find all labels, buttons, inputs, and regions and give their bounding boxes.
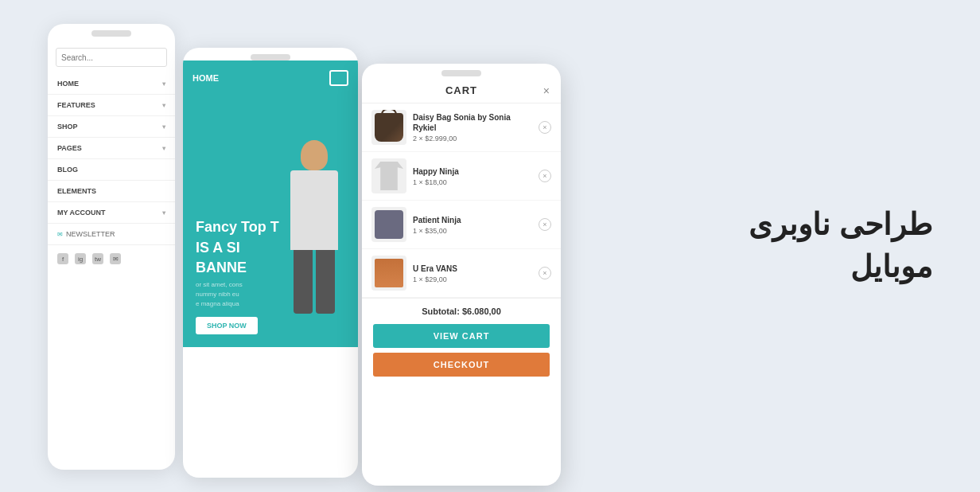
product-price: 1 × $35,00: [413, 227, 532, 235]
phone-notch-middle: [251, 54, 290, 61]
product-name: Daisy Bag Sonia by Sonia Rykiel: [413, 112, 532, 133]
checkout-button[interactable]: CHECKOUT: [373, 353, 550, 377]
cart-item: Happy Ninja 1 × $18,00 ×: [362, 152, 561, 201]
banner-header: HOME: [192, 70, 348, 86]
cart-icon[interactable]: [329, 70, 348, 86]
persian-heading: طراحی ناوبری موبایل: [749, 204, 932, 288]
phone-middle-banner: HOME Fancy Top T IS A SI BANNE or sit am…: [183, 48, 358, 478]
cart-item: U Era VANS 1 × $29,00 ×: [362, 249, 561, 298]
product-price: 1 × $18,00: [413, 178, 532, 186]
cart-header: CART ×: [362, 76, 561, 103]
cart-item-info: Patient Ninja 1 × $35,00: [413, 215, 532, 235]
product-image-hoodie: [371, 207, 406, 242]
product-price: 2 × $2.999,00: [413, 135, 532, 143]
cart-items-list: Daisy Bag Sonia by Sonia Rykiel 2 × $2.9…: [362, 103, 561, 298]
close-button[interactable]: ×: [543, 84, 550, 97]
product-image-tshirt: [371, 158, 406, 193]
banner-home-label: HOME: [192, 73, 219, 83]
nav-label: HOME: [57, 80, 79, 88]
newsletter-label: NEWSLETTER: [66, 230, 115, 238]
chevron-down-icon: ▾: [162, 209, 165, 217]
product-price: 1 × $29,00: [413, 275, 532, 283]
nav-item-home[interactable]: HOME ▾: [48, 73, 175, 95]
remove-item-button[interactable]: ×: [539, 267, 551, 279]
newsletter-item[interactable]: ✉ NEWSLETTER: [48, 224, 175, 245]
cart-actions: VIEW CART CHECKOUT: [362, 324, 561, 385]
tshirt-icon: [375, 162, 403, 190]
cart-item-info: Daisy Bag Sonia by Sonia Rykiel 2 × $2.9…: [413, 112, 532, 143]
persian-line2: موبایل: [749, 246, 932, 288]
subtotal-label: Subtotal:: [422, 307, 460, 316]
subtotal-value: $6.080,00: [462, 307, 501, 316]
product-name: Patient Ninja: [413, 215, 532, 225]
phone-notch-left: [91, 30, 131, 37]
nav-label: PAGES: [57, 144, 82, 152]
product-image-pants: [371, 256, 406, 291]
pants-icon: [375, 259, 403, 287]
nav-item-myaccount[interactable]: MY ACCOUNT ▾: [48, 202, 175, 224]
cart-item-info: U Era VANS 1 × $29,00: [413, 264, 532, 283]
email-icon[interactable]: ✉: [110, 253, 121, 264]
nav-item-pages[interactable]: PAGES ▾: [48, 138, 175, 159]
cart-item: Daisy Bag Sonia by Sonia Rykiel 2 × $2.9…: [362, 103, 561, 152]
persian-line1: طراحی ناوبری: [749, 204, 932, 246]
nav-label: BLOG: [57, 166, 78, 174]
chevron-down-icon: ▾: [162, 80, 165, 88]
remove-item-button[interactable]: ×: [539, 170, 551, 182]
person-leg-right: [316, 250, 335, 314]
nav-label: ELEMENTS: [57, 187, 96, 195]
product-name: U Era VANS: [413, 264, 532, 274]
bag-icon: [375, 113, 403, 142]
nav-item-features[interactable]: FEATURES ▾: [48, 95, 175, 116]
person-figure: [274, 140, 354, 347]
cart-title: CART: [445, 84, 477, 96]
chevron-down-icon: ▾: [162, 123, 165, 131]
person-legs: [274, 250, 354, 314]
person-leg-left: [294, 250, 313, 314]
instagram-icon[interactable]: ig: [75, 253, 86, 264]
product-name: Happy Ninja: [413, 166, 532, 177]
phone-notch-right: [441, 70, 481, 76]
remove-item-button[interactable]: ×: [539, 218, 551, 231]
nav-label: MY ACCOUNT: [57, 209, 106, 217]
phone-cart: CART × Daisy Bag Sonia by Sonia Rykiel 2…: [362, 64, 561, 486]
remove-item-button[interactable]: ×: [539, 121, 551, 134]
nav-label: SHOP: [57, 123, 78, 131]
phone-left-nav: 🔍 HOME ▾ FEATURES ▾ SHOP ▾ PAGES ▾ BLOG …: [48, 24, 175, 470]
social-row: f ig tw ✉: [48, 245, 175, 272]
view-cart-button[interactable]: VIEW CART: [373, 324, 550, 348]
cart-item: Patient Ninja 1 × $35,00 ×: [362, 201, 561, 249]
product-image-bag: [371, 110, 406, 145]
cart-subtotal: Subtotal: $6.080,00: [362, 298, 561, 324]
nav-item-blog[interactable]: BLOG: [48, 159, 175, 181]
facebook-icon[interactable]: f: [57, 253, 68, 264]
shop-now-button[interactable]: SHOP NOW: [196, 317, 258, 334]
nav-item-elements[interactable]: ELEMENTS: [48, 181, 175, 202]
nav-label: FEATURES: [57, 101, 95, 109]
person-body: [290, 170, 338, 250]
chevron-down-icon: ▾: [162, 102, 165, 109]
cart-item-info: Happy Ninja 1 × $18,00: [413, 166, 532, 186]
nav-item-shop[interactable]: SHOP ▾: [48, 116, 175, 138]
search-bar[interactable]: 🔍: [56, 48, 167, 67]
search-input[interactable]: [56, 50, 167, 65]
hoodie-icon: [375, 210, 403, 239]
chevron-down-icon: ▾: [162, 145, 165, 152]
twitter-icon[interactable]: tw: [92, 253, 103, 264]
banner-area: HOME Fancy Top T IS A SI BANNE or sit am…: [183, 61, 358, 347]
person-head: [301, 140, 328, 170]
